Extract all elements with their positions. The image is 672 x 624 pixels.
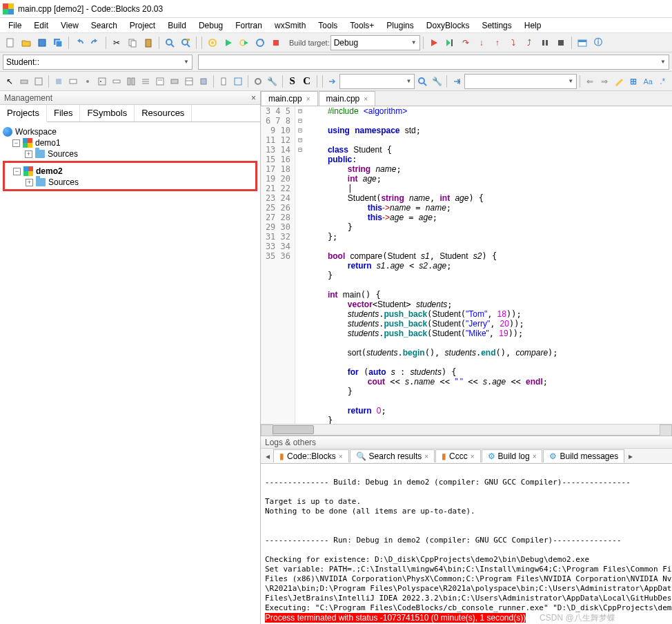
search-combo-1[interactable]: ▼	[339, 74, 415, 89]
sources-demo2[interactable]: + Sources	[6, 177, 254, 188]
menu-settings[interactable]: Settings	[476, 19, 517, 32]
save-all-icon[interactable]	[50, 35, 66, 50]
tool-g-icon[interactable]	[110, 74, 123, 89]
step-out-icon[interactable]: ↑	[490, 35, 505, 50]
tab-prev-icon[interactable]: ◂	[262, 451, 273, 461]
cursor-icon[interactable]: ↖	[3, 74, 17, 89]
project-demo2[interactable]: − demo2	[6, 166, 254, 177]
collapse-icon[interactable]: −	[13, 168, 21, 175]
text-icon[interactable]: ⊞	[626, 74, 640, 89]
collapse-icon[interactable]: −	[12, 139, 20, 147]
code-editor[interactable]: #include <algorithm> using namespace std…	[305, 106, 672, 424]
goto2-icon[interactable]	[450, 74, 464, 89]
close-icon[interactable]: ×	[306, 95, 310, 103]
menu-build[interactable]: Build	[162, 19, 192, 32]
project-demo1[interactable]: − demo1	[3, 137, 257, 148]
open-icon[interactable]	[19, 35, 34, 50]
log-tab-buildmsg[interactable]: ⚙Build messages	[543, 449, 624, 462]
gear-icon[interactable]	[251, 74, 265, 89]
search-icon[interactable]	[415, 74, 429, 89]
find-icon[interactable]	[162, 35, 177, 50]
step-into-icon[interactable]: ↓	[474, 35, 489, 50]
undo-icon[interactable]	[72, 35, 87, 50]
redo-icon[interactable]	[88, 35, 103, 50]
menu-file[interactable]: File	[3, 19, 27, 32]
info-icon[interactable]: ⓘ	[591, 35, 606, 50]
workspace-node[interactable]: Workspace	[3, 126, 257, 137]
tool-a-icon[interactable]	[17, 74, 31, 89]
debug-run-icon[interactable]	[426, 35, 442, 50]
tab-main2[interactable]: main.cpp×	[319, 91, 376, 106]
new-file-icon[interactable]	[3, 35, 18, 50]
run-icon[interactable]	[221, 35, 236, 50]
tool-l-icon[interactable]	[182, 74, 196, 89]
copy-icon[interactable]	[125, 35, 140, 50]
tool-f-icon[interactable]	[95, 74, 109, 89]
build-run-icon[interactable]	[237, 35, 252, 50]
break-icon[interactable]	[537, 35, 553, 50]
menu-project[interactable]: Project	[124, 19, 161, 32]
tool-h-icon[interactable]	[124, 74, 138, 89]
tool-c-icon[interactable]	[52, 74, 66, 89]
tool-d-icon[interactable]	[66, 74, 80, 89]
paste-icon[interactable]	[141, 35, 156, 50]
menu-tools[interactable]: Tools	[313, 19, 343, 32]
save-icon[interactable]	[34, 35, 50, 50]
menu-tools+[interactable]: Tools+	[344, 19, 379, 32]
build-icon[interactable]	[205, 35, 220, 50]
mgmt-tab-files[interactable]: Files	[47, 105, 80, 121]
menu-doxyblocks[interactable]: DoxyBlocks	[421, 19, 475, 32]
fwd-icon[interactable]: ⇒	[597, 74, 611, 89]
menu-search[interactable]: Search	[86, 19, 123, 32]
menu-plugins[interactable]: Plugins	[381, 19, 419, 32]
log-tab-search[interactable]: 🔍Search results×	[350, 449, 435, 462]
expand-icon[interactable]: +	[25, 150, 32, 158]
log-tab-buildlog[interactable]: ⚙Build log×	[482, 449, 543, 462]
menu-debug[interactable]: Debug	[193, 19, 228, 32]
regex-icon[interactable]: .*	[655, 74, 669, 89]
replace-icon[interactable]	[178, 35, 193, 50]
search-combo-2[interactable]: ▼	[464, 74, 577, 89]
tool-k-icon[interactable]	[168, 74, 181, 89]
build-target-combo[interactable]: Debug▼	[330, 35, 420, 50]
tool-n-icon[interactable]	[217, 74, 230, 89]
tool-j-icon[interactable]	[153, 74, 167, 89]
step-instr-icon[interactable]: ⤴	[522, 35, 537, 50]
tool-e-icon[interactable]	[81, 74, 95, 89]
log-tab-codeblocks[interactable]: ▮Code::Blocks×	[273, 449, 349, 462]
highlight-icon[interactable]	[612, 74, 626, 89]
next-line-icon[interactable]: ↷	[458, 35, 473, 50]
letter-c-icon[interactable]: C	[300, 74, 314, 89]
back-icon[interactable]: ⇐	[583, 74, 597, 89]
log-tab-cccc[interactable]: ▮Cccc×	[435, 449, 481, 462]
run-to-cursor-icon[interactable]	[442, 35, 457, 50]
mgmt-tab-projects[interactable]: Projects	[0, 105, 47, 122]
stop-icon[interactable]	[268, 35, 284, 50]
cut-icon[interactable]: ✂	[109, 35, 124, 50]
menu-fortran[interactable]: Fortran	[230, 19, 268, 32]
mgmt-tab-resources[interactable]: Resources	[135, 105, 192, 121]
tab-main1[interactable]: main.cpp×	[261, 91, 318, 106]
menu-edit[interactable]: Edit	[28, 19, 54, 32]
debug-windows-icon[interactable]	[575, 35, 590, 50]
stop-debug-icon[interactable]	[553, 35, 569, 50]
letter-s-icon[interactable]: S	[286, 74, 299, 89]
case-icon[interactable]: Aa	[641, 74, 655, 89]
scope-combo[interactable]: Student::▼	[3, 55, 192, 70]
close-icon[interactable]: ×	[364, 95, 368, 103]
menu-help[interactable]: Help	[519, 19, 547, 32]
tab-next-icon[interactable]: ▸	[625, 451, 636, 461]
fold-column[interactable]: ⊟ ⊟ ⊟ ⊟ ⊟	[295, 106, 305, 424]
tool-o-icon[interactable]	[231, 74, 245, 89]
menu-view[interactable]: View	[55, 19, 84, 32]
member-combo[interactable]: ▼	[198, 55, 669, 70]
rebuild-icon[interactable]	[253, 35, 268, 50]
log-output[interactable]: -------------- Build: Debug in demo2 (co…	[261, 464, 672, 624]
mgmt-tab-fsymbols[interactable]: FSymbols	[80, 105, 135, 121]
menu-wxsmith[interactable]: wxSmith	[269, 19, 311, 32]
wrench-icon[interactable]: 🔧	[266, 74, 279, 89]
tool-i-icon[interactable]	[139, 74, 152, 89]
tool-b-icon[interactable]	[32, 74, 46, 89]
sources-demo1[interactable]: + Sources	[3, 148, 257, 159]
search-settings-icon[interactable]: 🔧	[430, 74, 444, 89]
